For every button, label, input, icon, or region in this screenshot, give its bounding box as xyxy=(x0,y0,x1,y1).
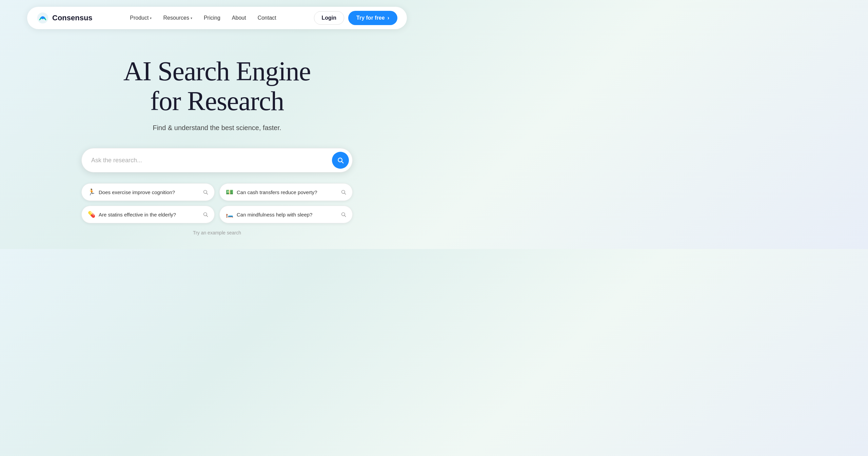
search-icon xyxy=(341,212,346,217)
nav-product[interactable]: Product ▾ xyxy=(125,12,156,24)
suggestion-emoji-0: 🏃 xyxy=(88,188,95,196)
chevron-down-icon: ▾ xyxy=(191,16,192,20)
logo-text: Consensus xyxy=(52,14,93,22)
search-container xyxy=(81,148,353,172)
nav-contact[interactable]: Contact xyxy=(253,12,281,24)
suggestion-emoji-2: 💊 xyxy=(88,211,95,218)
nav-about[interactable]: About xyxy=(227,12,251,24)
suggestion-pill-0[interactable]: 🏃 Does exercise improve cognition? xyxy=(81,183,215,201)
suggestion-text-0: Does exercise improve cognition? xyxy=(99,189,199,195)
search-icon xyxy=(341,189,346,195)
login-button[interactable]: Login xyxy=(314,11,344,25)
nav-pricing[interactable]: Pricing xyxy=(199,12,225,24)
suggestion-text-3: Can mindfulness help with sleep? xyxy=(237,212,337,217)
try-example-link[interactable]: Try an example search xyxy=(193,230,241,235)
nav-links: Product ▾ Resources ▾ Pricing About Cont… xyxy=(125,12,281,24)
search-box xyxy=(81,148,353,172)
chevron-down-icon: ▾ xyxy=(150,16,152,20)
nav-actions: Login Try for free › xyxy=(314,11,397,25)
svg-line-5 xyxy=(206,193,208,194)
suggestion-emoji-1: 💵 xyxy=(226,188,233,196)
svg-line-7 xyxy=(344,193,346,194)
svg-point-1 xyxy=(41,17,44,19)
suggestion-pill-3[interactable]: 🛏️ Can mindfulness help with sleep? xyxy=(219,206,353,223)
svg-line-3 xyxy=(342,162,343,163)
svg-line-11 xyxy=(344,215,346,217)
suggestion-emoji-3: 🛏️ xyxy=(226,211,233,218)
nav-resources[interactable]: Resources ▾ xyxy=(158,12,197,24)
logo[interactable]: Consensus xyxy=(37,12,93,24)
navbar: Consensus Product ▾ Resources ▾ Pricing … xyxy=(27,7,407,29)
search-input[interactable] xyxy=(91,157,332,164)
search-icon xyxy=(203,212,208,217)
svg-line-9 xyxy=(206,215,208,217)
arrow-right-icon: › xyxy=(388,15,389,21)
search-icon xyxy=(337,157,344,164)
suggestion-pill-2[interactable]: 💊 Are statins effective in the elderly? xyxy=(81,206,215,223)
try-free-button[interactable]: Try for free › xyxy=(348,11,397,25)
suggestion-pills: 🏃 Does exercise improve cognition? 💵 Can… xyxy=(81,183,353,223)
hero-title: AI Search Engine for Research xyxy=(123,56,311,116)
hero-section: AI Search Engine for Research Find & und… xyxy=(0,36,434,249)
suggestion-pill-1[interactable]: 💵 Can cash transfers reduce poverty? xyxy=(219,183,353,201)
suggestion-text-1: Can cash transfers reduce poverty? xyxy=(237,189,337,195)
hero-subtitle: Find & understand the best science, fast… xyxy=(153,124,281,132)
search-icon xyxy=(203,189,208,195)
consensus-logo-icon xyxy=(37,12,49,24)
suggestion-text-2: Are statins effective in the elderly? xyxy=(99,212,199,217)
search-button[interactable] xyxy=(332,152,349,169)
